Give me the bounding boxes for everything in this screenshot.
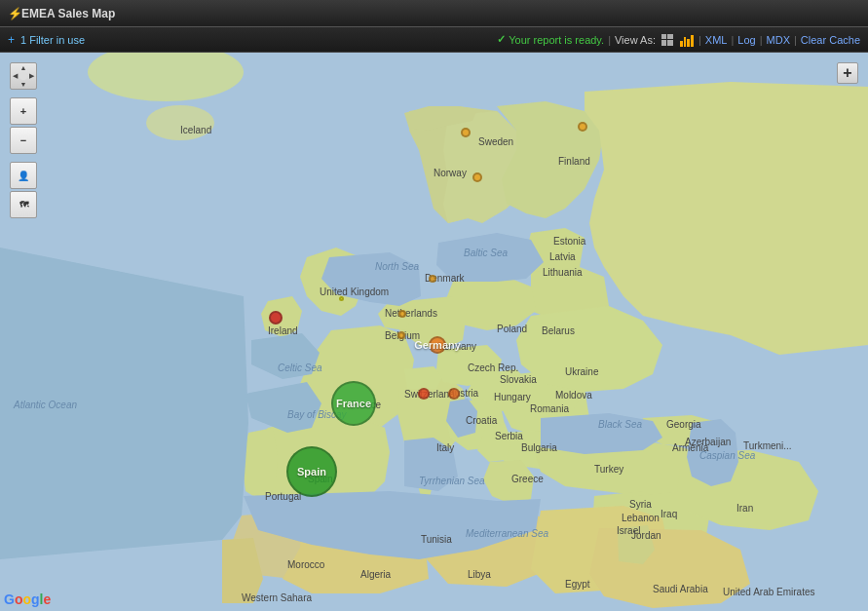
add-filter-button[interactable]: +: [8, 33, 15, 47]
mdx-link[interactable]: MDX: [767, 34, 790, 46]
pan-control[interactable]: ▲ ◀▶ ▼: [10, 62, 37, 90]
divider4: |: [760, 34, 763, 46]
app-title: EMEA Sales Map: [21, 7, 115, 20]
log-link[interactable]: Log: [737, 34, 755, 46]
svg-point-2: [146, 105, 214, 140]
divider3: |: [731, 34, 734, 46]
clear-cache-link[interactable]: Clear Cache: [801, 34, 860, 46]
zoom-plus-button[interactable]: +: [837, 62, 858, 86]
app-icon: ⚡: [8, 7, 21, 20]
zoom-in-button[interactable]: +: [10, 97, 37, 125]
satellite-button[interactable]: 🗺: [10, 191, 37, 218]
bubble-belgium[interactable]: [397, 331, 405, 339]
bubble-spain[interactable]: Spain: [286, 446, 337, 497]
view-as-grid-button[interactable]: [660, 33, 675, 47]
bubble-norway[interactable]: [472, 172, 482, 182]
divider1: |: [608, 34, 611, 46]
toolbar-right: ✓ Your report is ready. | View As: | XML…: [497, 33, 860, 47]
view-as-label: View As:: [615, 34, 656, 46]
bubble-finland_s[interactable]: [578, 122, 587, 132]
map-controls: ▲ ◀▶ ▼ + − 👤 🗺: [10, 62, 37, 218]
bubble-ireland[interactable]: [269, 311, 283, 325]
bubble-austria[interactable]: [448, 388, 460, 400]
toolbar-left: + 1 Filter in use: [8, 33, 85, 47]
bubble-uk_dot[interactable]: [339, 296, 344, 301]
xml-link[interactable]: XML: [705, 34, 728, 46]
bubble-denmark[interactable]: [429, 275, 436, 283]
map-container[interactable]: IcelandNorwaySwedenFinlandUnited Kingdom…: [0, 53, 868, 611]
filter-label[interactable]: 1 Filter in use: [20, 34, 85, 46]
divider5: |: [794, 34, 797, 46]
check-icon: ✓: [497, 33, 506, 46]
zoom-out-button[interactable]: −: [10, 127, 37, 154]
google-logo: Google: [4, 592, 51, 607]
street-view-button[interactable]: 👤: [10, 162, 37, 189]
bubble-netherlands[interactable]: [398, 310, 406, 318]
zoom-plus-icon[interactable]: +: [837, 62, 858, 84]
bubble-sweden_s[interactable]: [461, 128, 471, 137]
toolbar: + 1 Filter in use ✓ Your report is ready…: [0, 27, 868, 53]
divider2: |: [698, 34, 701, 46]
ready-message: ✓ Your report is ready.: [497, 33, 604, 46]
bubble-germany[interactable]: Germany: [429, 336, 446, 354]
title-bar: ⚡ EMEA Sales Map: [0, 0, 868, 27]
bubble-france[interactable]: France: [331, 381, 376, 426]
view-as-chart-button[interactable]: [679, 33, 695, 47]
bubble-switzerland[interactable]: [418, 388, 430, 400]
